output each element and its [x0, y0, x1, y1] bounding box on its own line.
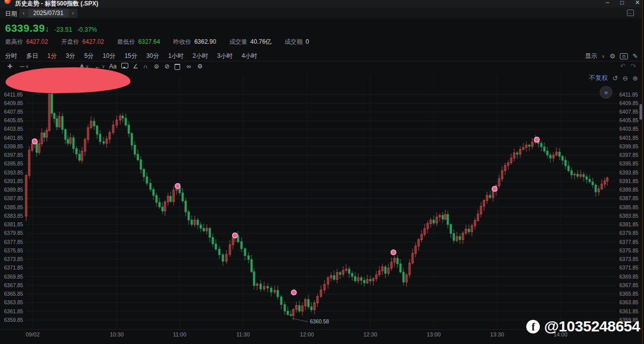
- svg-text:6381.85: 6381.85: [4, 221, 23, 227]
- svg-text:6363.85: 6363.85: [4, 299, 23, 305]
- svg-text:10:30: 10:30: [110, 331, 124, 337]
- svg-text:6375.85: 6375.85: [619, 247, 638, 253]
- svg-text:6399.85: 6399.85: [4, 143, 23, 149]
- svg-text:6365.85: 6365.85: [4, 291, 23, 297]
- svg-text:6377.85: 6377.85: [619, 239, 638, 245]
- svg-text:6371.85: 6371.85: [4, 265, 23, 271]
- svg-text:6407.85: 6407.85: [4, 109, 23, 115]
- zoom-out-icon[interactable]: ⊖: [622, 74, 628, 82]
- zoom-in-icon[interactable]: ⊕: [632, 74, 638, 82]
- svg-text:6385.85: 6385.85: [619, 204, 638, 210]
- svg-text:6411.85: 6411.85: [4, 92, 23, 98]
- svg-text:6405.85: 6405.85: [619, 117, 638, 123]
- svg-text:13:00: 13:00: [427, 331, 441, 337]
- svg-text:6359.85: 6359.85: [4, 317, 23, 323]
- svg-text:6379.85: 6379.85: [619, 230, 638, 236]
- svg-text:13:30: 13:30: [490, 331, 504, 337]
- svg-text:6369.85: 6369.85: [4, 274, 23, 280]
- reset-view-icon[interactable]: ↺: [612, 74, 618, 82]
- adjustment-controls: 不复权 ↺ ⊖ ⊕: [589, 74, 638, 82]
- svg-text:09/02: 09/02: [26, 331, 40, 337]
- svg-text:12:00: 12:00: [300, 331, 314, 337]
- svg-text:6387.85: 6387.85: [4, 195, 23, 201]
- svg-text:6379.85: 6379.85: [4, 230, 23, 236]
- svg-text:6411.85: 6411.85: [619, 92, 638, 98]
- svg-text:6395.85: 6395.85: [619, 160, 638, 166]
- svg-text:6367.85: 6367.85: [619, 282, 638, 288]
- watermark-handle: @1035248654: [544, 318, 640, 335]
- svg-text:6377.85: 6377.85: [4, 239, 23, 245]
- svg-text:6389.85: 6389.85: [619, 187, 638, 193]
- svg-text:6407.85: 6407.85: [619, 109, 638, 115]
- svg-text:6361.85: 6361.85: [4, 308, 23, 314]
- svg-text:6401.85: 6401.85: [619, 135, 638, 141]
- expand-panel-button[interactable]: »: [600, 86, 612, 99]
- candlestick-chart[interactable]: 6411.856411.856409.856409.856407.856407.…: [0, 0, 644, 344]
- svg-text:6399.85: 6399.85: [619, 143, 638, 149]
- svg-text:6393.85: 6393.85: [619, 169, 638, 176]
- watermark: f @1035248654: [526, 318, 640, 335]
- svg-text:6401.85: 6401.85: [4, 135, 23, 141]
- svg-text:6403.85: 6403.85: [4, 126, 23, 132]
- svg-text:6363.85: 6363.85: [619, 299, 638, 305]
- svg-text:6393.85: 6393.85: [4, 169, 23, 176]
- svg-text:6371.85: 6371.85: [619, 265, 638, 271]
- facebook-icon: f: [526, 320, 540, 333]
- svg-text:6381.85: 6381.85: [619, 221, 638, 227]
- svg-text:6373.85: 6373.85: [4, 256, 23, 262]
- svg-text:6361.85: 6361.85: [619, 308, 638, 314]
- svg-text:6409.85: 6409.85: [619, 100, 638, 106]
- svg-text:6385.85: 6385.85: [4, 204, 23, 210]
- svg-text:6391.85: 6391.85: [4, 178, 23, 184]
- svg-text:6391.85: 6391.85: [619, 178, 638, 184]
- svg-text:11:00: 11:00: [173, 331, 187, 337]
- no-adjustment-button[interactable]: 不复权: [589, 74, 608, 82]
- svg-text:6383.85: 6383.85: [4, 213, 23, 219]
- svg-text:6360.58: 6360.58: [310, 318, 329, 324]
- svg-text:6405.85: 6405.85: [4, 117, 23, 123]
- svg-text:6369.85: 6369.85: [619, 274, 638, 280]
- app-window: 历史走势 - 标普500指数 (.SPX) – □ ✕ 日期 ‹ 2025/07…: [0, 0, 644, 344]
- svg-text:12:30: 12:30: [363, 331, 377, 337]
- svg-text:6383.85: 6383.85: [619, 213, 638, 219]
- svg-text:6397.85: 6397.85: [619, 152, 638, 158]
- svg-text:6397.85: 6397.85: [4, 152, 23, 158]
- svg-text:6409.85: 6409.85: [4, 100, 23, 106]
- svg-text:6395.85: 6395.85: [4, 160, 23, 166]
- svg-text:6367.85: 6367.85: [4, 282, 23, 288]
- svg-text:6387.85: 6387.85: [619, 195, 638, 201]
- window-right-edge: [642, 0, 644, 344]
- svg-text:6373.85: 6373.85: [619, 256, 638, 262]
- svg-text:6403.85: 6403.85: [619, 126, 638, 132]
- svg-text:6375.85: 6375.85: [4, 247, 23, 253]
- svg-text:11:30: 11:30: [236, 331, 250, 337]
- svg-text:6389.85: 6389.85: [4, 187, 23, 193]
- svg-text:6365.85: 6365.85: [619, 291, 638, 297]
